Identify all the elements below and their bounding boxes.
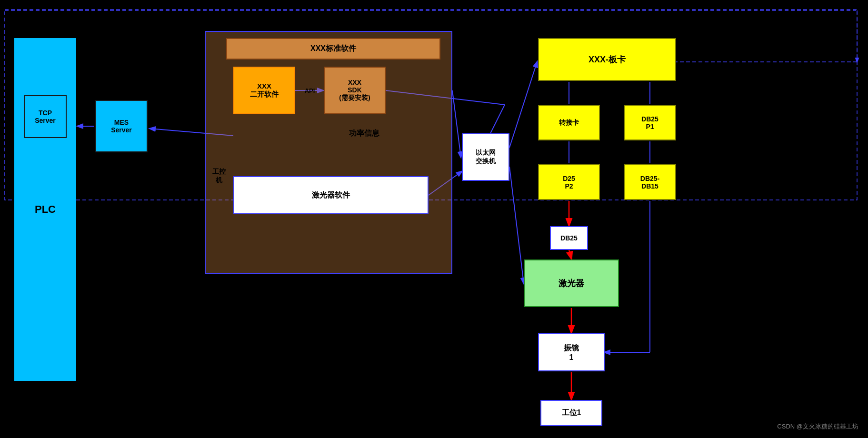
laser-label: 激光器 <box>559 278 584 289</box>
mirror-box: 振镜 1 <box>538 333 605 371</box>
db25-connector-label: DB25 <box>560 234 578 242</box>
laser-software-label: 激光器软件 <box>312 190 350 200</box>
api-label: API <box>299 86 320 95</box>
ethernet-switch-label: 以太网 交换机 <box>476 149 496 166</box>
custom-software-box: XXX 二开软件 <box>233 67 295 114</box>
db25-p1-label: DB25 P1 <box>641 115 658 130</box>
db25-db15-label: DB25- DB15 <box>640 175 659 190</box>
db25-connector-box: DB25 <box>550 226 588 250</box>
mes-server-box: MES Server <box>95 100 148 152</box>
svg-line-2 <box>452 90 461 157</box>
laser-box: 激光器 <box>524 259 619 307</box>
db25-p1-box: DB25 P1 <box>624 105 676 140</box>
std-software-label: XXX标准软件 <box>310 44 356 54</box>
ethernet-switch-box: 以太网 交换机 <box>462 133 509 181</box>
sdk-label: XXX SDK (需要安装) <box>339 79 370 102</box>
svg-line-7 <box>509 62 537 148</box>
d25-p2-label: D25 P2 <box>563 175 575 190</box>
custom-software-label: XXX 二开软件 <box>250 82 279 99</box>
svg-line-8 <box>509 167 524 283</box>
plc-label: PLC <box>35 203 56 216</box>
sdk-box: XXX SDK (需要安装) <box>324 67 386 114</box>
workstation-box: 工位1 <box>540 400 602 426</box>
tcp-server-label: TCP Server <box>35 109 56 124</box>
std-software-header: XXX标准软件 <box>226 38 440 60</box>
ipc-label: 工控 机 <box>207 162 231 190</box>
adapter-card-box: 转接卡 <box>538 105 600 140</box>
power-info-label: 功率信息 <box>305 124 424 143</box>
power-info-text: 功率信息 <box>349 129 379 139</box>
d25-p2-box: D25 P2 <box>538 164 600 200</box>
plc-block: PLC <box>14 38 76 381</box>
db25-db15-box: DB25- DB15 <box>624 164 676 200</box>
ipc-text: 工控 机 <box>212 168 226 185</box>
workstation-label: 工位1 <box>562 408 581 418</box>
adapter-card-label: 转接卡 <box>559 119 579 127</box>
board-card-box: XXX-板卡 <box>538 38 676 81</box>
laser-software-box: 激光器软件 <box>233 176 429 214</box>
tcp-server-box: TCP Server <box>24 95 67 138</box>
svg-line-13 <box>569 250 571 259</box>
watermark: CSDN @文火冰糖的硅基工坊 <box>777 422 858 431</box>
board-card-label: XXX-板卡 <box>589 54 626 65</box>
mes-server-label: MES Server <box>111 119 132 134</box>
mirror-label: 振镜 1 <box>564 343 579 362</box>
